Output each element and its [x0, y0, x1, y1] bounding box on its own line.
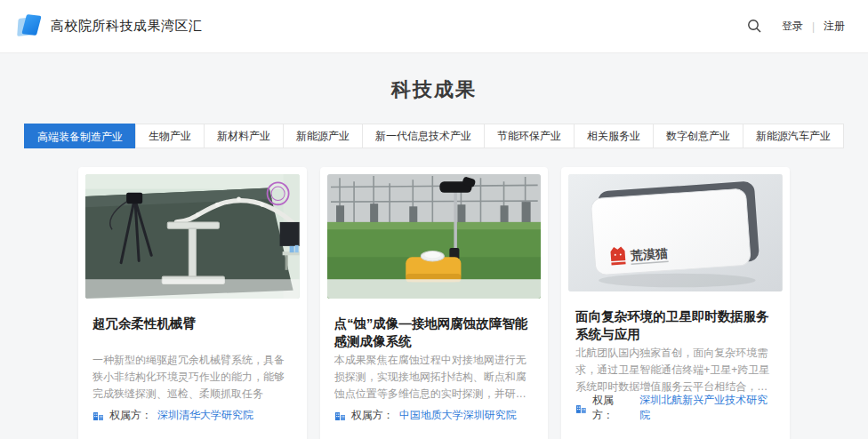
- achievement-card[interactable]: 荒漠猫 面向复杂环境的卫星即时数据服务系统与应用 北航团队国内独家首创，面向复杂…: [561, 167, 790, 439]
- card-description: 本成果聚焦在腐蚀过程中对接地网进行无损探测，实现接地网拓扑结构、断点和腐蚀点位置…: [334, 352, 534, 403]
- owner-label: 权属方：: [351, 408, 394, 423]
- brand[interactable]: 高校院所科技成果湾区汇: [18, 14, 203, 38]
- card-image: 荒漠猫: [568, 174, 783, 291]
- tab-new-materials[interactable]: 新材料产业: [204, 124, 284, 148]
- card-image: [327, 174, 542, 299]
- brand-text: 荒漠猫: [630, 246, 669, 263]
- owner-label: 权属方：: [592, 393, 634, 423]
- tab-related-services[interactable]: 相关服务业: [574, 124, 654, 148]
- tab-new-energy[interactable]: 新能源产业: [283, 124, 363, 148]
- card-footer: 权属方： 中国地质大学深圳研究院: [334, 408, 534, 423]
- top-header: 高校院所科技成果湾区汇 登录 | 注册: [0, 0, 868, 53]
- tab-next-gen-it[interactable]: 新一代信息技术产业: [362, 124, 485, 148]
- owner-link[interactable]: 深圳清华大学研究院: [157, 408, 253, 423]
- card-footer: 权属方： 深圳北航新兴产业技术研究院: [575, 393, 776, 423]
- tab-energy-saving[interactable]: 节能环保产业: [484, 124, 575, 148]
- tab-biology[interactable]: 生物产业: [135, 124, 205, 148]
- search-icon[interactable]: [746, 18, 764, 36]
- owner-link[interactable]: 深圳北航新兴产业技术研究院: [639, 393, 776, 423]
- card-title: 点“蚀”成像—接地网腐蚀故障智能感测成像系统: [334, 315, 534, 350]
- building-icon: [92, 410, 104, 421]
- login-link[interactable]: 登录: [782, 19, 803, 34]
- page-title: 科技成果: [0, 53, 868, 103]
- achievement-card[interactable]: 超冗余柔性机械臂 一种新型的绳驱超冗余机械臂系统，具备狭小非结构化环境灵巧作业的…: [78, 167, 307, 439]
- owner-link[interactable]: 中国地质大学深圳研究院: [399, 408, 517, 423]
- tab-high-end-equipment[interactable]: 高端装备制造产业: [24, 124, 136, 148]
- card-title: 面向复杂环境的卫星即时数据服务系统与应用: [575, 307, 776, 343]
- card-footer: 权属方： 深圳清华大学研究院: [92, 408, 293, 423]
- terminal-device: 荒漠猫: [591, 181, 760, 275]
- robotic-arm-lab-illustration: [85, 174, 300, 299]
- achievement-card[interactable]: 点“蚀”成像—接地网腐蚀故障智能感测成像系统 本成果聚焦在腐蚀过程中对接地网进行…: [320, 167, 549, 439]
- card-description: 一种新型的绳驱超冗余机械臂系统，具备狭小非结构化环境灵巧作业的能力，能够完成狭缝…: [92, 352, 293, 403]
- tab-new-energy-vehicles[interactable]: 新能源汽车产业: [743, 124, 844, 148]
- industry-tabs: 高端装备制造产业 生物产业 新材料产业 新能源产业 新一代信息技术产业 节能环保…: [0, 124, 868, 148]
- site-logo-icon: [18, 14, 42, 38]
- achievement-card-list: 超冗余柔性机械臂 一种新型的绳驱超冗余机械臂系统，具备狭小非结构化环境灵巧作业的…: [78, 167, 790, 439]
- satellite-terminal-illustration: 荒漠猫: [568, 174, 783, 291]
- building-icon: [334, 410, 346, 421]
- register-link[interactable]: 注册: [824, 19, 845, 34]
- auth-divider: |: [812, 20, 815, 33]
- owner-label: 权属方：: [109, 408, 152, 423]
- card-image: [85, 174, 300, 299]
- tab-digital-creative[interactable]: 数字创意产业: [653, 124, 743, 148]
- card-description: 北航团队国内独家首创，面向复杂环境需求，通过卫星智能通信终端+卫星+跨卫星系统即…: [575, 345, 776, 393]
- card-title: 超冗余柔性机械臂: [92, 315, 293, 350]
- building-icon: [575, 403, 587, 414]
- brand-title: 高校院所科技成果湾区汇: [51, 18, 203, 35]
- substation-field-illustration: [327, 174, 542, 299]
